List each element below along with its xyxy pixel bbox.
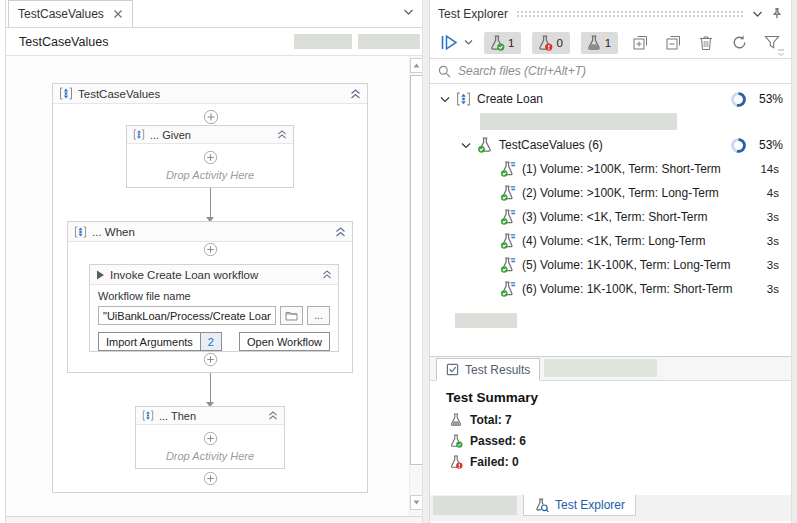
test-case-passed-icon	[477, 137, 493, 153]
collapse-icon[interactable]	[350, 89, 361, 99]
workflow-file-name-label: Workflow file name	[98, 290, 330, 302]
close-icon[interactable]	[113, 9, 123, 19]
activity-when-sequence[interactable]: ... When Invoke Create Loan work	[67, 221, 353, 373]
activity-given-header[interactable]: ... Given	[127, 126, 293, 144]
test-explorer-header[interactable]: Test Explorer	[430, 0, 791, 27]
data-test-case-passed-icon	[500, 233, 516, 249]
activity-given-title: ... Given	[150, 129, 191, 141]
collapse-icon[interactable]	[322, 270, 332, 279]
add-activity-icon[interactable]	[203, 109, 219, 125]
filter-funnel-icon	[764, 35, 780, 50]
activity-root-sequence[interactable]: TestCaseValues ... Given	[52, 83, 368, 493]
activity-invoke-workflow[interactable]: Invoke Create Loan workflow Workflow fil…	[89, 264, 339, 352]
document-tab-testcasevalues[interactable]: TestCaseValues	[8, 0, 133, 27]
tree-item-testcasevalues-group[interactable]: TestCaseValues (6) 53%	[430, 133, 791, 157]
scroll-down-button[interactable]	[410, 495, 422, 510]
test-duration: 3s	[767, 211, 783, 223]
summary-total-text: Total: 7	[470, 413, 512, 427]
workflow-canvas[interactable]: TestCaseValues ... Given	[6, 56, 422, 517]
tree-item-test-case[interactable]: (2) Volume: >100K, Term: Long-Term 4s	[430, 181, 791, 205]
data-test-case-passed-icon	[500, 281, 516, 297]
data-test-case-passed-icon	[500, 257, 516, 273]
redacted-block	[455, 313, 517, 328]
panel-splitter[interactable]	[422, 0, 430, 523]
add-activity-icon[interactable]	[203, 352, 218, 367]
tab-label: Test Explorer	[555, 498, 625, 512]
summary-failed-row: Failed: 0	[449, 455, 791, 469]
not-executed-flask-icon	[586, 35, 602, 51]
toolbar-overflow-icon[interactable]	[777, 49, 785, 57]
collapse-icon[interactable]	[268, 411, 278, 420]
progress-percent: 53%	[753, 138, 783, 152]
add-activity-icon[interactable]	[203, 242, 218, 257]
collapse-icon[interactable]	[277, 130, 287, 139]
drop-hint-text: Drop Activity Here	[166, 169, 254, 181]
tree-item-test-case[interactable]: (5) Volume: 1K-100K, Term: Long-Term 3s	[430, 253, 791, 277]
add-activity-icon[interactable]	[203, 471, 218, 486]
import-arguments-button[interactable]: Import Arguments	[98, 332, 201, 351]
open-workflow-button[interactable]: Open Workflow	[239, 332, 330, 351]
expand-all-button[interactable]	[629, 32, 651, 54]
tree-item-create-loan[interactable]: Create Loan 53%	[430, 87, 791, 111]
activity-then-sequence[interactable]: ... Then Drop Activity Here	[135, 406, 285, 469]
then-drop-zone[interactable]: Drop Activity Here	[136, 425, 284, 467]
filter-failed-toggle[interactable]: 0	[532, 32, 569, 54]
test-explorer-toolbar: 1 0 1	[430, 27, 791, 58]
drag-handle-dots[interactable]	[516, 10, 744, 17]
sequence-icon	[74, 226, 87, 238]
folder-icon	[285, 310, 298, 321]
tree-item-label: Create Loan	[477, 92, 543, 106]
redacted-block	[358, 34, 420, 49]
filter-not-executed-toggle[interactable]: 1	[581, 32, 618, 54]
activity-root-header[interactable]: TestCaseValues	[53, 84, 367, 104]
not-executed-count: 1	[605, 37, 611, 49]
tab-label: Test Results	[465, 363, 530, 377]
refresh-button[interactable]	[728, 32, 750, 54]
test-summary-title: Test Summary	[446, 390, 791, 405]
collapse-all-icon	[665, 34, 682, 51]
tab-list-chevron-icon[interactable]	[403, 8, 414, 16]
filter-passed-toggle[interactable]: 1	[484, 32, 521, 54]
tree-item-test-case[interactable]: (4) Volume: <1K, Term: Long-Term 3s	[430, 229, 791, 253]
checked-box-icon	[446, 363, 459, 376]
tree-item-test-case[interactable]: (3) Volume: <1K, Term: Short-Term 3s	[430, 205, 791, 229]
run-tests-button[interactable]	[440, 34, 473, 51]
activity-then-title: ... Then	[159, 410, 196, 422]
designer-scrollbar[interactable]	[409, 56, 422, 516]
progress-percent: 53%	[753, 92, 783, 106]
browse-button[interactable]: ...	[307, 306, 330, 325]
test-duration: 14s	[760, 163, 783, 175]
collapse-all-button[interactable]	[662, 32, 684, 54]
collapse-icon[interactable]	[335, 227, 346, 237]
activity-invoke-header[interactable]: Invoke Create Loan workflow	[90, 265, 338, 285]
summary-passed-text: Passed: 6	[470, 434, 526, 448]
activity-given-sequence[interactable]: ... Given Drop Activity Here	[126, 125, 294, 188]
sequence-icon	[456, 92, 471, 106]
activity-when-title: ... When	[92, 226, 135, 238]
search-bar	[430, 58, 791, 84]
tree-item-test-case[interactable]: (1) Volume: >100K, Term: Short-Term 14s	[430, 157, 791, 181]
flow-arrow	[210, 188, 211, 221]
activity-then-header[interactable]: ... Then	[136, 407, 284, 425]
tab-test-results[interactable]: Test Results	[436, 358, 540, 381]
given-drop-zone[interactable]: Drop Activity Here	[127, 144, 293, 186]
tree-item-label: (2) Volume: >100K, Term: Long-Term	[522, 186, 719, 200]
scrollbar-thumb[interactable]	[410, 75, 422, 465]
open-folder-button[interactable]	[280, 306, 303, 325]
clear-results-button[interactable]	[695, 32, 717, 54]
results-tab-bar: Test Results	[430, 357, 791, 381]
activity-when-header[interactable]: ... When	[68, 222, 352, 242]
tab-test-explorer[interactable]: Test Explorer	[523, 494, 636, 516]
sequence-icon	[59, 87, 73, 100]
workflow-file-input[interactable]	[98, 306, 276, 325]
search-input[interactable]	[458, 64, 783, 78]
tree-item-test-case[interactable]: (6) Volume: 1K-100K, Term: Short-Term 3s	[430, 277, 791, 301]
scroll-up-button[interactable]	[410, 58, 422, 73]
add-activity-icon	[203, 431, 218, 446]
activity-invoke-title: Invoke Create Loan workflow	[110, 269, 258, 281]
panel-position-chevron-icon[interactable]	[752, 10, 763, 18]
pin-icon[interactable]	[771, 7, 783, 20]
test-tree: Create Loan 53% TestCaseValues (6) 53% (…	[430, 84, 791, 356]
test-duration: 4s	[767, 187, 783, 199]
breadcrumb-root[interactable]: TestCaseValues	[19, 35, 108, 49]
